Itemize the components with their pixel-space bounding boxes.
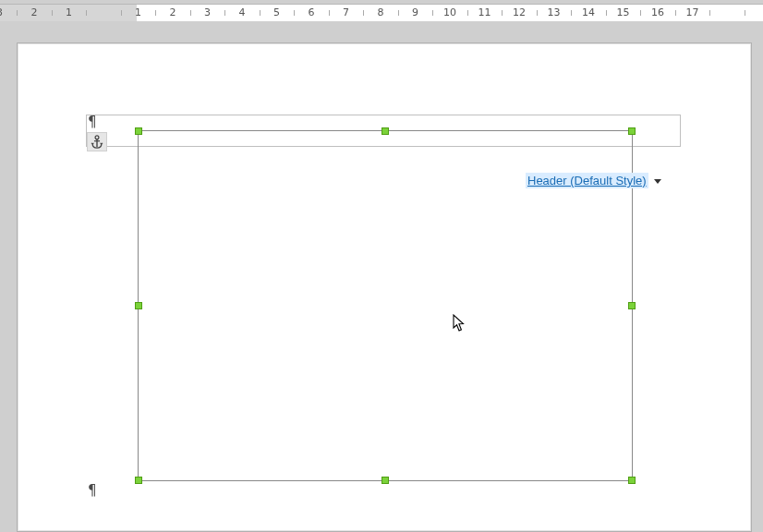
ruler-number: 10 <box>443 6 456 18</box>
ruler-number: 17 <box>686 6 699 18</box>
ruler-number: 4 <box>239 6 246 18</box>
anchor-icon[interactable] <box>87 132 107 151</box>
ruler-number: 8 <box>378 6 384 18</box>
ruler-number: 6 <box>309 6 315 18</box>
ruler-number: 7 <box>343 6 349 18</box>
pilcrow-mark: ¶ <box>88 114 97 130</box>
ruler-number: 3 <box>204 6 211 18</box>
horizontal-ruler[interactable]: 3211234567891011121314151617 <box>0 4 763 21</box>
pilcrow-mark: ¶ <box>88 482 97 499</box>
resize-handle-top-right[interactable] <box>628 127 636 135</box>
ruler-number: 9 <box>412 6 418 18</box>
resize-handle-bottom-middle[interactable] <box>382 477 389 484</box>
ruler-number: 16 <box>651 6 664 18</box>
resize-handle-bottom-left[interactable] <box>135 477 142 484</box>
ruler-number: 3 <box>0 6 3 18</box>
chevron-down-icon <box>654 179 661 184</box>
ruler-number: 14 <box>582 6 595 18</box>
ruler-number: 12 <box>513 6 526 18</box>
ruler-number: 11 <box>478 6 491 18</box>
resize-handle-middle-right[interactable] <box>628 302 636 309</box>
resize-handle-bottom-right[interactable] <box>628 477 636 484</box>
document-page[interactable]: ¶ Header (Default Style) <box>17 42 752 532</box>
header-style-dropdown[interactable]: Header (Default Style) <box>526 173 661 188</box>
ruler-number: 5 <box>273 6 280 18</box>
ruler-number: 13 <box>548 6 561 18</box>
svg-point-0 <box>95 135 99 139</box>
resize-handle-middle-left[interactable] <box>135 302 142 309</box>
resize-handle-top-middle[interactable] <box>382 127 389 135</box>
workspace: ¶ Header (Default Style) <box>0 22 763 532</box>
resize-handle-top-left[interactable] <box>135 127 142 135</box>
ruler-number: 2 <box>170 6 176 18</box>
header-style-label: Header (Default Style) <box>526 173 648 188</box>
ruler-number: 1 <box>66 6 72 18</box>
ruler-number: 1 <box>135 6 141 18</box>
ruler-number: 2 <box>31 6 38 18</box>
ruler-number: 15 <box>617 6 630 18</box>
